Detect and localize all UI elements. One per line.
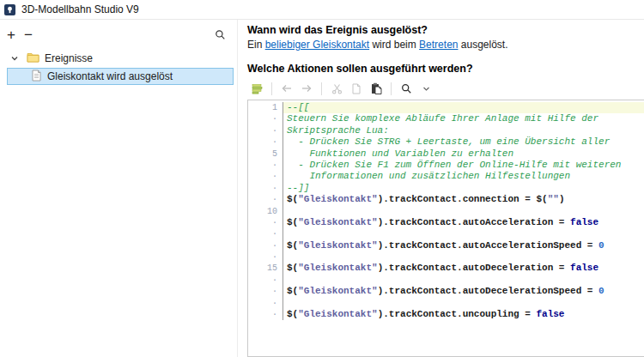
folder-icon [27, 51, 39, 65]
sidebar-toolbar: + − [0, 25, 237, 44]
app-logo-icon [4, 4, 15, 15]
code-text: --]] [283, 183, 644, 194]
remove-event-button[interactable]: − [24, 27, 33, 42]
script-icon[interactable] [250, 82, 264, 95]
code-lines: 1--[[·Steuern Sie komplexe Abläufe Ihrer… [248, 102, 644, 320]
code-line[interactable]: · [248, 275, 644, 286]
code-line[interactable]: · - Drücken Sie STRG + Leertaste, um ein… [248, 136, 644, 148]
code-line[interactable]: ·$("Gleiskontakt").trackContact.uncoupli… [248, 309, 644, 320]
line-number: · [248, 240, 283, 251]
folder-label: Ereignisse [45, 52, 93, 64]
copy-icon[interactable] [349, 82, 363, 95]
line-number: · [248, 136, 283, 148]
toolbar-separator [391, 82, 392, 95]
tree-folder-ereignisse[interactable]: Ereignisse [0, 50, 237, 66]
code-text [283, 228, 644, 239]
event-detail-panel: Wann wird das Ereignis ausgelöst? Ein be… [238, 20, 644, 357]
script-editor[interactable]: 1--[[·Steuern Sie komplexe Abläufe Ihrer… [247, 100, 644, 357]
code-text: $("Gleiskontakt").trackContact.autoAccel… [283, 217, 644, 228]
code-text: - Drücken Sie STRG + Leertaste, um eine … [283, 136, 644, 148]
code-line[interactable]: ·Skriptsprache Lua: [248, 125, 644, 136]
line-number: · [248, 298, 283, 309]
cut-icon[interactable] [330, 82, 343, 95]
event-item-label: Gleiskontakt wird ausgelöst [47, 70, 173, 82]
paste-icon[interactable] [369, 82, 383, 95]
code-line[interactable]: ·--]] [248, 183, 644, 194]
contact-type-link[interactable]: beliebiger Gleiskontakt [265, 39, 369, 51]
trigger-mode-link[interactable]: Betreten [419, 39, 458, 51]
title-bar: 3D-Modellbahn Studio V9 [0, 0, 644, 20]
code-line[interactable]: 15$("Gleiskontakt").trackContact.autoDec… [248, 263, 644, 274]
tree-item-gleiskontakt[interactable]: Gleiskontakt wird ausgelöst [7, 68, 234, 85]
redo-icon[interactable] [300, 82, 313, 95]
sentence-text: ausgelöst. [458, 39, 507, 51]
undo-icon[interactable] [280, 82, 294, 95]
line-number: · [248, 183, 283, 194]
code-line[interactable]: ·Steuern Sie komplexe Abläufe Ihrer Anla… [248, 113, 644, 124]
code-text: Informationen und zusätzlichen Hilfestel… [283, 171, 644, 182]
events-sidebar: + − [0, 20, 238, 357]
code-line[interactable]: 1--[[ [248, 102, 644, 113]
code-line[interactable]: ·$("Gleiskontakt").trackContact.autoAcce… [248, 240, 644, 251]
code-line[interactable]: 5 Funktionen und Variablen zu erhalten [248, 148, 644, 160]
code-line[interactable]: · [248, 298, 644, 309]
code-text: - Drücken Sie F1 zum Öffnen der Online-H… [283, 160, 644, 171]
code-line[interactable]: 10 [248, 206, 644, 217]
line-number: 15 [248, 263, 283, 274]
line-number: · [248, 171, 283, 182]
code-line[interactable]: · [248, 228, 644, 239]
chevron-down-icon[interactable] [8, 51, 21, 65]
sentence-text: wird beim [369, 39, 419, 51]
code-text [283, 206, 644, 217]
code-line[interactable]: · [248, 251, 644, 263]
code-text: $("Gleiskontakt").trackContact.uncouplin… [283, 309, 644, 320]
line-number: · [248, 275, 283, 286]
code-text: $("Gleiskontakt").trackContact.autoAccel… [283, 240, 644, 251]
document-icon [32, 70, 41, 84]
trigger-heading: Wann wird das Ereignis ausgelöst? [247, 24, 644, 36]
line-number: · [248, 286, 283, 297]
line-number: · [248, 309, 283, 320]
code-text: --[[ [283, 102, 644, 113]
trigger-sentence: Ein beliebiger Gleiskontakt wird beim Be… [247, 39, 644, 51]
sentence-text: Ein [247, 39, 265, 51]
search-icon[interactable] [213, 27, 227, 41]
code-text: Funktionen und Variablen zu erhalten [283, 148, 644, 160]
script-toolbar [250, 80, 644, 97]
line-number: · [248, 251, 283, 263]
code-text [283, 251, 644, 263]
line-number: · [248, 194, 283, 205]
line-number: 5 [248, 148, 283, 160]
events-tree: Ereignisse Gleiskontakt wird ausgelöst [0, 50, 237, 85]
code-text: $("Gleiskontakt").trackContact.autoDecel… [283, 286, 644, 297]
line-number: · [248, 113, 283, 124]
code-line[interactable]: · Informationen und zusätzlichen Hilfest… [248, 171, 644, 182]
line-number: 10 [248, 206, 283, 217]
code-text: $("Gleiskontakt").trackContact.autoDecel… [283, 263, 644, 274]
add-event-button[interactable]: + [7, 27, 15, 42]
code-text: $("Gleiskontakt").trackContact.connectio… [283, 194, 644, 205]
app-window: 3D-Modellbahn Studio V9 + − [0, 0, 644, 357]
code-line[interactable]: · - Drücken Sie F1 zum Öffnen der Online… [248, 160, 644, 171]
actions-heading: Welche Aktionen sollen ausgeführt werden… [247, 63, 644, 75]
line-number: · [248, 228, 283, 239]
code-text: Skriptsprache Lua: [283, 125, 644, 136]
code-text: Steuern Sie komplexe Abläufe Ihrer Anlag… [283, 113, 644, 124]
code-line[interactable]: ·$("Gleiskontakt").trackContact.autoDece… [248, 286, 644, 297]
search-icon[interactable] [399, 82, 413, 95]
chevron-down-icon[interactable] [419, 82, 433, 95]
window-title: 3D-Modellbahn Studio V9 [21, 3, 139, 15]
code-line[interactable]: ·$("Gleiskontakt").trackContact.connecti… [248, 194, 644, 205]
line-number: · [248, 160, 283, 171]
toolbar-separator [321, 82, 322, 95]
code-text [283, 298, 644, 309]
code-line[interactable]: ·$("Gleiskontakt").trackContact.autoAcce… [248, 217, 644, 228]
line-number: · [248, 217, 283, 228]
code-text [283, 275, 644, 286]
toolbar-separator [271, 82, 272, 95]
line-number: · [248, 125, 283, 136]
line-number: 1 [248, 102, 283, 113]
